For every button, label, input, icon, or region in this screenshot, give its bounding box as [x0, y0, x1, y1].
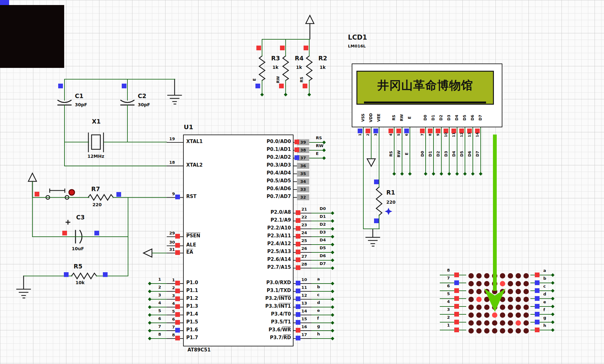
net-label: D4 [320, 238, 326, 242]
pin-number: 14 [301, 309, 307, 313]
led-dot-off [468, 289, 474, 294]
led-dot-off [508, 312, 513, 318]
wire [363, 229, 380, 229]
matrix-pin-label: b [543, 276, 546, 281]
net-label: D1 [428, 147, 433, 160]
wire-number: 1 [148, 277, 161, 282]
pin-marker [296, 265, 300, 270]
wire [440, 330, 466, 330]
wire [311, 268, 333, 268]
matrix-pin-label: g [543, 316, 546, 320]
wire [311, 213, 333, 213]
pin-number: 6 [161, 317, 175, 322]
pin-number: 27 [301, 254, 307, 259]
crystal-x1-symbol[interactable] [92, 135, 100, 149]
wire [311, 307, 333, 307]
lcd-model: LM016L [348, 44, 366, 48]
matrix-pin-label: 8 [445, 268, 450, 273]
capacitor-c1-symbol[interactable] [58, 100, 71, 105]
resistor-r3-symbol[interactable] [259, 56, 265, 80]
pin-marker [280, 46, 285, 50]
reset-button-symbol[interactable] [50, 189, 65, 192]
pin-marker [175, 296, 180, 301]
resistor-r7-symbol[interactable] [88, 195, 113, 200]
led-dot-off [516, 297, 521, 302]
led-dot-off [476, 312, 482, 318]
led-dot-off [484, 289, 489, 294]
wire [309, 39, 310, 56]
button-actuator-dot[interactable] [69, 190, 75, 195]
net-label: RW [276, 73, 280, 86]
pin-stub [167, 166, 183, 166]
capacitor-c3-symbol[interactable] [66, 220, 82, 243]
chip-pin-label: P1.5 [186, 320, 198, 325]
pin-number: 15 [301, 317, 307, 321]
pin-marker [103, 272, 108, 277]
wire-number: 5 [148, 309, 161, 313]
net-label: RS [389, 147, 393, 160]
x1-value: 12MHz [87, 154, 104, 159]
r5-value: 10k [76, 280, 85, 285]
pin-marker [175, 243, 180, 248]
wire [309, 158, 324, 158]
led-dot-off [523, 289, 529, 294]
matrix-pin-label: f [543, 308, 545, 312]
wire [530, 322, 554, 323]
pin-marker [296, 210, 300, 215]
led-dot-off [476, 273, 482, 279]
r4-value: 1k [296, 65, 302, 70]
resistor-r1-symbol[interactable] [376, 187, 382, 215]
chip-pin-label: P0.0/AD0 [220, 139, 291, 144]
matrix-pin-label: 1 [445, 323, 450, 328]
wire [311, 283, 333, 284]
led-dot-off [523, 328, 529, 334]
pin-marker [535, 280, 540, 285]
net-label: D1 [320, 214, 326, 219]
led-dot-off [523, 320, 529, 326]
pin-marker [175, 281, 180, 285]
net-label: e [317, 308, 320, 313]
pin-marker [175, 195, 180, 199]
lcd-pin-number: 14 [476, 129, 479, 141]
net-label: D3 [444, 147, 448, 160]
resistor-r5-symbol[interactable] [71, 273, 97, 279]
c1-ref: C1 [75, 93, 83, 99]
wire [311, 330, 333, 331]
r3-ref: R3 [271, 55, 280, 62]
led-dot-on [516, 320, 521, 326]
wire [311, 221, 333, 221]
chip-pin-label: P3.2/INT0 [220, 296, 291, 301]
wire [150, 307, 167, 307]
net-label: d [317, 301, 320, 305]
lcd-pin-number: 3 [374, 129, 378, 141]
led-dot-on [500, 281, 505, 286]
capacitor-c2-symbol[interactable] [121, 100, 134, 105]
pin-marker [294, 155, 299, 160]
power-arrow-reset [28, 173, 36, 181]
pin-marker [454, 320, 459, 324]
wire [530, 275, 554, 275]
chip-pin-label: P2.6/A14 [220, 257, 291, 262]
pin-marker [175, 250, 180, 255]
resistor-r4-symbol[interactable] [283, 56, 288, 80]
pin-number: 30 [161, 240, 175, 245]
lcd-pin-label: D4 [455, 111, 459, 124]
led-dot-off [516, 305, 521, 310]
pin-marker [296, 234, 300, 239]
wire [150, 338, 167, 339]
led-dot-on [476, 297, 482, 302]
chip-pin-label: P3.1/TXD [220, 288, 291, 293]
ground-symbol-osc [168, 79, 182, 104]
led-dot-off [468, 312, 474, 318]
pin-number: 11 [301, 285, 307, 290]
schematic-canvas[interactable]: U1 AT89C51 LCD1 LM016L 井冈山革命博物馆 C1 30pF … [0, 0, 604, 364]
r5-ref: R5 [74, 263, 82, 270]
wire [311, 315, 333, 315]
wire [152, 253, 167, 253]
led-dot-off [476, 320, 482, 326]
matrix-pin-label: 5 [445, 292, 450, 296]
wire [150, 299, 167, 300]
pin-number: 7 [161, 325, 175, 329]
resistor-r2-symbol[interactable] [306, 56, 312, 80]
pin-marker [296, 336, 300, 340]
